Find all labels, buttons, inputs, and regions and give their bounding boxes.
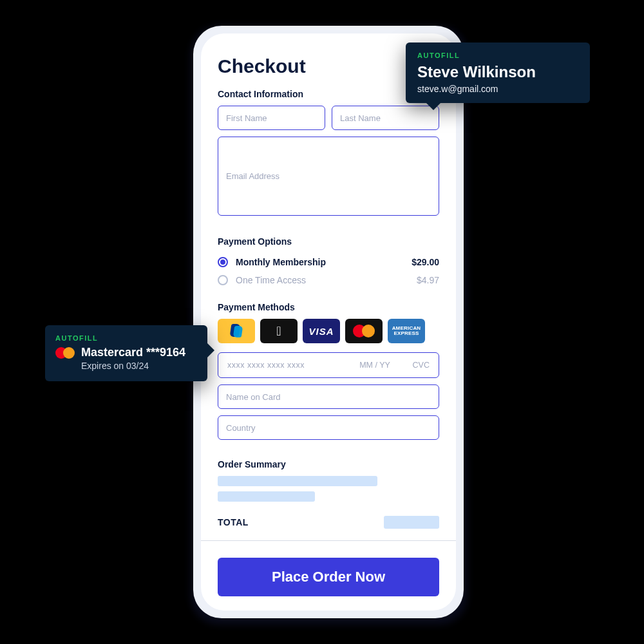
last-name-field[interactable]: Last Name [332,106,439,130]
autofill-tag: AUTOFILL [55,334,196,342]
mastercard-icon [353,324,375,338]
autofill-card-subtitle: Expires on 03/24 [81,361,196,371]
paypal-icon [231,324,242,338]
card-expiry-placeholder: MM / YY [352,361,397,370]
mastercard-icon [55,346,75,359]
autofill-tag: AUTOFILL [417,52,578,59]
total-amount-skeleton [384,516,439,529]
amex-icon: AMERICANEXPRESS [392,326,421,336]
country-placeholder: Country [226,423,256,433]
payment-methods-row:  VISA AMERICANEXPRESS [218,319,439,343]
apple-icon:  [276,325,281,337]
total-label: TOTAL [218,517,249,527]
email-field[interactable]: Email Address [218,137,439,216]
checkout-screen: Checkout Contact Information First Name … [201,33,456,611]
payment-methods-section: Payment Methods  VISA AMERICANEXPRESS [218,302,439,446]
country-field[interactable]: Country [218,415,439,440]
apple-pay-button[interactable]:  [260,319,298,343]
radio-unselected-icon [218,275,228,285]
first-name-field[interactable]: First Name [218,106,325,130]
contact-name-row: First Name Last Name [218,106,439,137]
autofill-card-title: Mastercard ***9164 [81,346,185,359]
payment-option-onetime[interactable]: One Time Access $4.97 [218,271,439,289]
popover-arrow-icon [207,343,214,357]
visa-icon: VISA [308,326,334,337]
payment-option-label: One Time Access [236,275,306,285]
mastercard-button[interactable] [345,319,383,343]
card-cvc-placeholder: CVC [404,361,430,370]
last-name-placeholder: Last Name [340,113,381,123]
paypal-button[interactable] [218,319,255,343]
autofill-contact-email: steve.w@gmail.com [417,84,578,94]
payment-options-label: Payment Options [218,236,439,247]
payment-methods-label: Payment Methods [218,302,439,312]
place-order-label: Place Order Now [272,569,385,585]
autofill-card-line: Mastercard ***9164 [55,346,196,359]
card-name-placeholder: Name on Card [226,392,281,402]
order-summary-label: Order Summary [218,459,439,469]
autofill-contact-popover[interactable]: AUTOFILL Steve Wilkinson steve.w@gmail.c… [406,43,590,103]
summary-line-skeleton [218,491,315,502]
popover-arrow-icon [426,103,440,110]
autofill-contact-name: Steve Wilkinson [417,63,578,81]
email-placeholder: Email Address [226,171,279,181]
phone-frame: Checkout Contact Information First Name … [193,26,464,618]
payment-option-label: Monthly Membership [236,257,326,267]
payment-option-price: $29.00 [412,257,439,267]
order-summary-section: Order Summary TOTAL [218,459,439,529]
summary-line-skeleton [218,476,377,486]
visa-button[interactable]: VISA [303,319,340,343]
card-number-placeholder: xxxx xxxx xxxx xxxx [227,361,346,370]
amex-button[interactable]: AMERICANEXPRESS [388,319,425,343]
place-order-button[interactable]: Place Order Now [218,558,439,596]
total-row: TOTAL [218,516,439,529]
payment-option-price: $4.97 [417,275,439,285]
payment-option-monthly[interactable]: Monthly Membership $29.00 [218,253,439,271]
divider [201,540,456,541]
card-name-field[interactable]: Name on Card [218,384,439,409]
card-number-field[interactable]: xxxx xxxx xxxx xxxx MM / YY CVC [218,352,439,378]
radio-selected-icon [218,257,228,267]
first-name-placeholder: First Name [226,113,267,123]
payment-options-section: Payment Options Monthly Membership $29.0… [218,236,439,289]
autofill-card-popover[interactable]: AUTOFILL Mastercard ***9164 Expires on 0… [45,325,207,381]
